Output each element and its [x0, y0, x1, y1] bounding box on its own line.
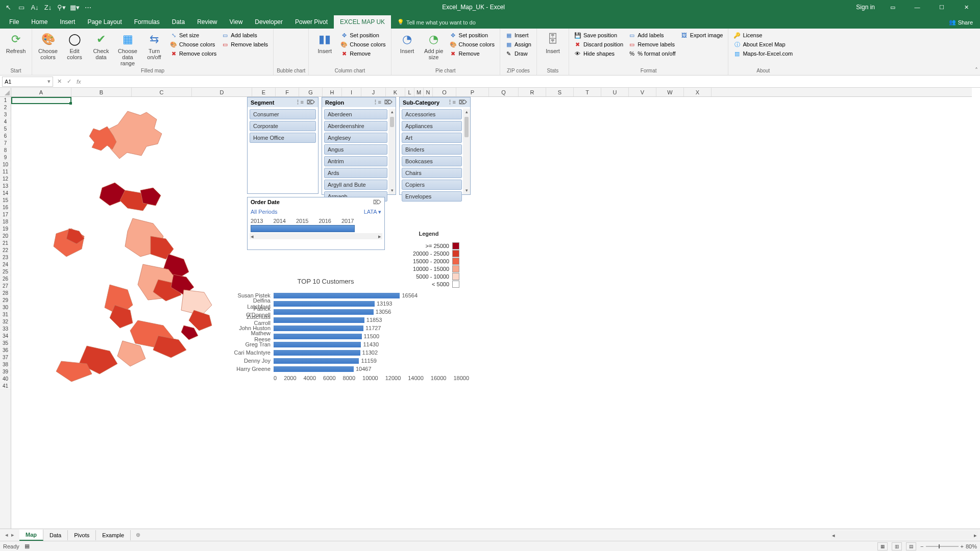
choose-data-range-button[interactable]: ▦Choose data range [115, 30, 140, 66]
zoom-slider[interactable]: − + 80% [920, 543, 977, 549]
tab-view[interactable]: View [224, 15, 249, 29]
slicer-item[interactable]: Antrim [324, 156, 387, 166]
slicer-item[interactable]: Aberdeenshire [324, 121, 387, 131]
zip-draw-button[interactable]: ✎Draw [503, 49, 533, 58]
group-icon[interactable]: ⚲▾ [57, 3, 65, 11]
maps-for-excel-button[interactable]: ▥Maps-for-Excel.com [731, 49, 795, 58]
hide-shapes-button[interactable]: 👁Hide shapes [572, 49, 625, 58]
tab-developer[interactable]: Developer [249, 15, 289, 29]
minimize-icon[interactable]: — [905, 0, 929, 14]
pct-format-button[interactable]: %% format on/off [626, 49, 677, 58]
tab-review[interactable]: Review [191, 15, 223, 29]
slicer-item[interactable]: Copiers [402, 180, 462, 190]
page-layout-view-icon[interactable]: ▥ [892, 542, 902, 550]
zip-insert-button[interactable]: ▦Insert [503, 31, 533, 39]
pie-remove-button[interactable]: ✖Remove [448, 49, 497, 58]
tab-page-layout[interactable]: Page Layout [81, 15, 128, 29]
slicer-item[interactable]: Argyll and Bute [324, 180, 387, 190]
uk-filled-map[interactable] [20, 101, 235, 387]
zoom-in-icon[interactable]: + [961, 543, 964, 549]
slicer-item[interactable]: Consumer [250, 109, 316, 119]
col-choose-colors-button[interactable]: 🎨Choose colors [338, 40, 387, 48]
maximize-icon[interactable]: ☐ [930, 0, 953, 14]
slicer-scrollbar[interactable]: ▴▾ [388, 109, 396, 194]
slicer-item[interactable]: Appliances [402, 121, 462, 131]
normal-view-icon[interactable]: ▦ [877, 542, 888, 550]
new-sheet-button[interactable]: ⊕ [131, 530, 145, 540]
name-box[interactable]: A1▾ [2, 77, 53, 87]
slicer-item[interactable]: Anglesey [324, 133, 387, 143]
pie-add-size-button[interactable]: ◔Add pie size [421, 30, 447, 60]
choose-colors-button[interactable]: 🎨Choose colors [35, 30, 61, 60]
fmt-add-labels-button[interactable]: ▭Add labels [626, 31, 677, 39]
slicer-item[interactable]: Envelopes [402, 191, 462, 202]
page-break-view-icon[interactable]: ▤ [906, 542, 916, 550]
pie-choose-colors-button[interactable]: 🎨Choose colors [448, 40, 497, 48]
horizontal-scrollbar[interactable]: ◂▸ [831, 531, 978, 539]
tab-formulas[interactable]: Formulas [128, 15, 166, 29]
cancel-formula-icon[interactable]: ✕ [57, 78, 62, 85]
top10-customers-chart[interactable]: TOP 10 Customers Susan Pistek16564Delfin… [234, 278, 418, 381]
slicer-item[interactable]: Binders [402, 144, 462, 155]
pie-insert-button[interactable]: ◔Insert [395, 30, 420, 54]
slicer-item[interactable]: Aberdeen [324, 109, 387, 119]
multi-select-icon[interactable]: ⋮≡ [373, 99, 381, 106]
sort-asc-icon[interactable]: A↓ [31, 3, 39, 11]
slicer-scrollbar[interactable]: ▴▾ [463, 109, 470, 194]
fmt-remove-labels-button[interactable]: ▭Remove labels [626, 40, 677, 48]
discard-position-button[interactable]: ✖Discard position [572, 40, 625, 48]
worksheet-grid[interactable]: ABCDEFGHIJKLMNOPQRSTUVWX 123456789101112… [0, 88, 980, 529]
zip-assign-button[interactable]: ▦Assign [503, 40, 533, 48]
export-image-button[interactable]: 🖼Export image [679, 31, 725, 39]
remove-colors-button[interactable]: ✖Remove colors [168, 49, 218, 58]
slicer-item[interactable]: Chairs [402, 168, 462, 178]
slicer-subcategory[interactable]: Sub-Category⋮≡⌦ AccessoriesAppliancesArt… [399, 97, 471, 195]
add-labels-button[interactable]: ▭Add labels [219, 31, 270, 39]
timeline-order-date[interactable]: Order Date⌦ All PeriodsLATA ▾ 2013201420… [247, 197, 385, 250]
choose-colors-small-button[interactable]: 🎨Choose colors [168, 40, 218, 48]
stats-insert-button[interactable]: 🗄Insert [540, 30, 566, 54]
macro-record-icon[interactable]: ▦ [24, 543, 30, 549]
sheet-tab-data[interactable]: Data [43, 530, 68, 540]
timeline-scrollbar[interactable]: ◂▸ [250, 233, 382, 239]
select-all-corner[interactable] [0, 88, 11, 97]
sheet-tab-pivots[interactable]: Pivots [68, 530, 96, 540]
save-position-button[interactable]: 💾Save position [572, 31, 625, 39]
close-icon[interactable]: ✕ [954, 0, 978, 14]
sheet-nav[interactable]: ◂▸ [0, 532, 19, 538]
multi-select-icon[interactable]: ⋮≡ [295, 99, 304, 106]
pie-set-position-button[interactable]: ✥Set position [448, 31, 497, 39]
qat-customize-icon[interactable]: ⋯ [84, 3, 92, 11]
clear-filter-icon[interactable]: ⌦ [384, 99, 393, 106]
slicer-item[interactable]: Art [402, 133, 462, 143]
zoom-out-icon[interactable]: − [920, 543, 923, 549]
clear-filter-icon[interactable]: ⌦ [373, 199, 381, 206]
tab-file[interactable]: File [3, 15, 25, 29]
refresh-button[interactable]: ⟳Refresh [3, 30, 29, 54]
tab-data[interactable]: Data [166, 15, 191, 29]
sheet-tab-map[interactable]: Map [19, 530, 43, 541]
tab-insert[interactable]: Insert [54, 15, 81, 29]
slicer-item[interactable]: Home Office [250, 133, 316, 143]
tab-excel-map-uk[interactable]: EXCEL MAP UK [334, 15, 391, 29]
clear-filter-icon[interactable]: ⌦ [307, 99, 315, 106]
timeline-level[interactable]: LATA ▾ [364, 209, 381, 215]
formula-input[interactable] [84, 77, 980, 87]
col-set-position-button[interactable]: ✥Set position [338, 31, 387, 39]
about-map-button[interactable]: ⓘAbout Excel Map [731, 40, 795, 48]
col-remove-button[interactable]: ✖Remove [338, 49, 387, 58]
slicer-segment[interactable]: Segment⋮≡⌦ ConsumerCorporateHome Office [247, 97, 318, 194]
multi-select-icon[interactable]: ⋮≡ [447, 99, 456, 106]
pivot-icon[interactable]: ▦▾ [70, 3, 79, 11]
timeline-range-bar[interactable] [251, 225, 355, 232]
sort-desc-icon[interactable]: Z↓ [44, 3, 52, 11]
clear-filter-icon[interactable]: ⌦ [459, 99, 467, 106]
slicer-item[interactable]: Corporate [250, 121, 316, 131]
turn-onoff-button[interactable]: ⇆Turn on/off [141, 30, 167, 60]
format-icon[interactable]: ▭ [17, 3, 26, 11]
license-button[interactable]: 🔑License [731, 31, 795, 39]
tell-me-search[interactable]: 💡Tell me what you want to do [391, 16, 482, 29]
fx-icon[interactable]: fx [77, 79, 81, 85]
zoom-level[interactable]: 80% [966, 543, 977, 549]
set-size-button[interactable]: ⤡Set size [168, 31, 218, 39]
